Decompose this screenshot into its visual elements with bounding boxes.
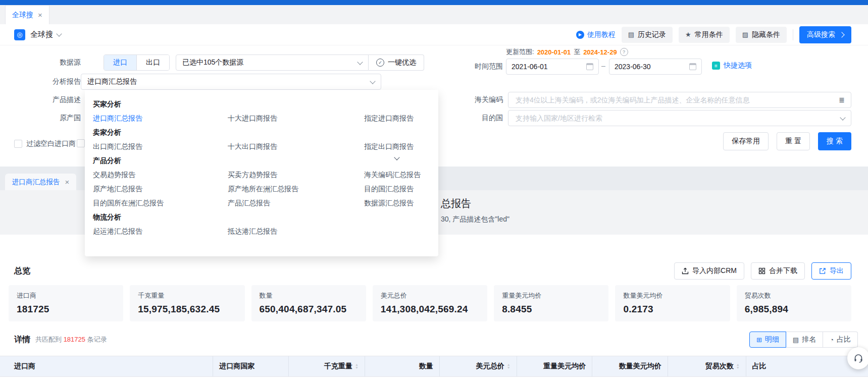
import-toggle[interactable]: 进口: [104, 55, 136, 70]
report-type-label: 分析报告: [20, 77, 81, 86]
save-conditions-button[interactable]: 保存常用: [723, 132, 769, 150]
menu-item[interactable]: 十大出口商报告: [228, 139, 364, 153]
view-detail-button[interactable]: ⊞ 明细: [749, 332, 786, 348]
menu-item[interactable]: 产品汇总报告: [228, 196, 364, 210]
star-icon: ★: [685, 31, 691, 38]
app-window: 全球搜 × ◎ 全球搜 ▶ 使用教程 ▤ 历史记录 ★ 常用条件 ▨ 隐藏条件: [0, 0, 868, 385]
merge-download-button[interactable]: 合并下载: [751, 262, 805, 280]
quick-options-link[interactable]: ≡ 快捷选项: [712, 61, 752, 70]
menu-section-title: 物流分析: [93, 210, 438, 224]
stat-card-quantity: 数量 650,404,687,347.05: [251, 285, 366, 321]
tutorial-link[interactable]: ▶ 使用教程: [576, 30, 616, 39]
column-kg-weight[interactable]: 千克重量 ▲▼: [288, 356, 365, 376]
destination-input[interactable]: [515, 114, 841, 123]
datasource-select[interactable]: 已选中105个数据源: [176, 54, 369, 71]
favorites-button[interactable]: ★ 常用条件: [679, 27, 730, 43]
destination-label: 目的国: [442, 114, 503, 123]
column-usd-per-weight[interactable]: 重量美元均价: [517, 356, 592, 376]
import-crm-label: 导入内部CRM: [692, 266, 737, 276]
window-tab-bar: 全球搜 ×: [0, 5, 868, 25]
view-ratio-label: 占比: [837, 335, 851, 344]
history-label: 历史记录: [638, 30, 666, 39]
menu-item[interactable]: 交易趋势报告: [93, 168, 228, 182]
customer-service-float-button[interactable]: [847, 347, 868, 369]
window-tab-global-search[interactable]: 全球搜 ×: [5, 5, 49, 24]
stat-card-trade-count: 贸易次数 6,985,894: [737, 285, 851, 321]
one-click-optimize-button[interactable]: ✓ 一键优选: [369, 54, 424, 71]
list-icon[interactable]: ≣: [839, 96, 845, 104]
quick-options-label: 快捷选项: [724, 61, 752, 70]
sort-icon[interactable]: ▲▼: [507, 363, 510, 370]
hide-conditions-button[interactable]: ▨ 隐藏条件: [736, 27, 787, 43]
history-button[interactable]: ▤ 历史记录: [622, 27, 673, 43]
menu-item[interactable]: 原产地汇总报告: [93, 182, 228, 196]
search-button[interactable]: 搜 索: [818, 132, 851, 150]
menu-item[interactable]: 进口商汇总报告: [93, 111, 228, 125]
menu-section-title: 卖家分析: [93, 125, 438, 139]
column-trade-count[interactable]: 贸易次数 ▲▼: [668, 356, 746, 376]
column-usd-total[interactable]: 美元总价 ▲▼: [439, 356, 517, 376]
overview-stats: 进口商 181725 千克重量 15,975,185,632.45 数量 650…: [9, 285, 851, 321]
report-type-dropdown: 买家分析 进口商汇总报告 十大进口商报告 指定进口商报告 卖家分析 出口商汇总报…: [85, 90, 438, 256]
filter-blank-importer-checkbox[interactable]: 过滤空白进口商: [14, 139, 76, 148]
menu-item[interactable]: 原产地所在洲汇总报告: [228, 182, 364, 196]
advanced-search-button[interactable]: 高级搜索: [799, 26, 851, 43]
stat-label: 进口商: [17, 291, 115, 300]
menu-item[interactable]: 起运港汇总报告: [93, 224, 228, 238]
sort-icon[interactable]: ▲▼: [355, 363, 359, 370]
date-start-input[interactable]: 2021-06-01: [506, 59, 599, 75]
date-end-input[interactable]: 2023-06-30: [609, 59, 702, 75]
chevron-down-icon: [370, 78, 375, 84]
sort-icon[interactable]: ▲▼: [736, 363, 740, 370]
result-tab-importer-report[interactable]: 进口商汇总报告 ×: [5, 174, 76, 190]
menu-item[interactable]: 买卖方趋势报告: [228, 168, 364, 182]
view-detail-label: 明细: [765, 335, 779, 344]
column-importer-country[interactable]: 进口商国家: [213, 356, 288, 376]
date-end-value: 2023-06-30: [615, 63, 651, 71]
menu-item[interactable]: 海关编码汇总报告: [364, 168, 438, 182]
tab-close-icon[interactable]: ×: [38, 11, 42, 19]
tab-close-icon[interactable]: ×: [65, 178, 70, 186]
overview-title: 总览: [14, 266, 30, 277]
menu-item[interactable]: 目的国所在洲汇总报告: [93, 196, 228, 210]
menu-item[interactable]: 指定进口商报告: [364, 111, 438, 125]
update-range-from: 2020-01-01: [537, 48, 571, 56]
update-range-to: 2024-12-29: [583, 48, 617, 56]
import-crm-button[interactable]: 导入内部CRM: [674, 262, 744, 280]
menu-item[interactable]: 指定出口商报告: [364, 139, 438, 153]
check-circle-icon: ✓: [376, 59, 384, 67]
quick-options-icon: ≡: [712, 62, 720, 70]
menu-item[interactable]: 抵达港汇总报告: [228, 224, 364, 238]
stat-value: 8.8455: [502, 304, 600, 315]
tutorial-icon: ▶: [576, 31, 584, 39]
menu-item[interactable]: 十大进口商报告: [228, 111, 364, 125]
column-importer[interactable]: 进口商: [0, 356, 213, 376]
hs-code-input[interactable]: [515, 95, 835, 104]
update-range-label: 更新范围:: [506, 47, 534, 57]
menu-section-title: 产品分析: [93, 153, 438, 168]
stat-card-importers: 进口商 181725: [9, 285, 123, 321]
table-header: 进口商 进口商国家 千克重量 ▲▼ 数量 美元总价 ▲▼ 重量美元均价 数量美元…: [0, 356, 868, 377]
column-quantity[interactable]: 数量: [365, 356, 439, 376]
merge-download-icon: [758, 267, 765, 274]
menu-item[interactable]: 出口商汇总报告: [93, 139, 228, 153]
report-type-select[interactable]: 进口商汇总报告: [81, 74, 381, 90]
stat-card-kg-weight: 千克重量 15,975,185,632.45: [130, 285, 244, 321]
view-ratio-button[interactable]: ◔ 占比: [823, 332, 858, 348]
column-label: 贸易次数: [705, 362, 734, 371]
import-crm-icon: [682, 267, 689, 274]
chevron-down-icon[interactable]: [56, 31, 62, 36]
view-rank-button[interactable]: ▤ 排名: [786, 332, 823, 348]
advanced-search-label: 高级搜索: [807, 30, 835, 39]
question-circle-icon[interactable]: ?: [620, 48, 628, 56]
export-button[interactable]: 导出: [811, 262, 851, 280]
column-usd-per-qty[interactable]: 数量美元均价: [592, 356, 668, 376]
column-label: 占比: [752, 362, 767, 371]
export-toggle[interactable]: 出口: [136, 55, 169, 70]
hs-code-label: 海关编码: [442, 95, 503, 104]
reset-button[interactable]: 重 置: [777, 132, 810, 150]
collapse-form-chevron[interactable]: [395, 153, 399, 161]
menu-item[interactable]: 目的国汇总报告: [364, 182, 438, 196]
menu-item[interactable]: 数据源汇总报告: [364, 196, 438, 210]
stat-label: 美元总价: [381, 291, 479, 300]
